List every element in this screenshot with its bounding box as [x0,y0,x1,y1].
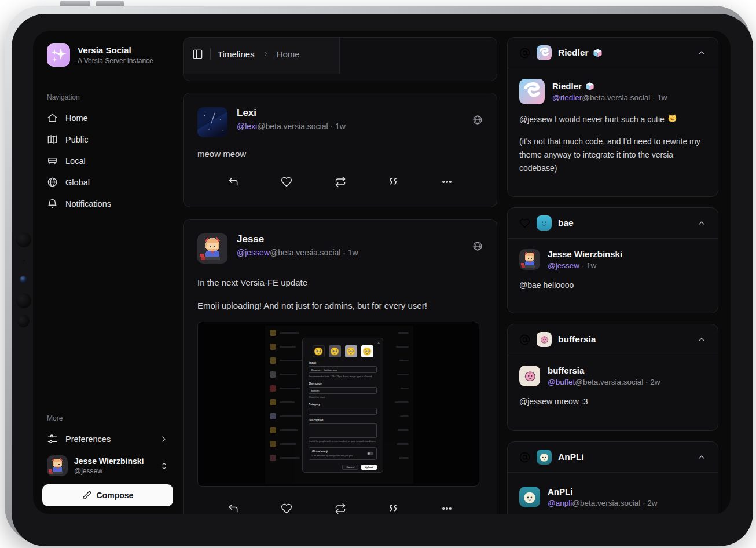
reply-icon [227,176,239,188]
notification-header[interactable]: Riedler [508,38,718,68]
notification-card[interactable]: AnPLi AnPLi @anpli@beta.versia.social · … [507,441,718,514]
global-emoji-box: Global emoji Can be used by every user, … [309,447,377,460]
global-emoji-help: Can be used by every user, not just you [312,454,353,457]
map-icon [47,134,58,145]
app-subtitle: A Versia Server instance [78,57,153,65]
sidebar-item-preferences[interactable]: Preferences [42,428,173,450]
panel-left-icon[interactable] [192,49,203,60]
notification-header[interactable]: bae [508,208,718,239]
notification-author[interactable]: buffersia [548,366,660,375]
compose-label: Compose [97,491,134,500]
chevron-up-icon[interactable] [697,48,706,57]
notification-card[interactable]: buffersia buffersia @buffet@beta.versia.… [507,324,718,431]
avatar[interactable] [197,107,227,137]
avatar [537,332,552,347]
chevron-right-icon [262,50,270,58]
quote-button[interactable] [386,174,402,190]
breadcrumb: Timelines Home [192,48,300,60]
post-meta: @beta.versia.social · 1w [270,248,358,257]
shortcode-value: bottom [311,389,319,392]
notification-card[interactable]: Riedler Riedler @riedler@beta.versia. [507,37,718,197]
notification-text: @jessew mreow :3 [519,395,706,408]
notification-handle[interactable]: @buffet [548,378,575,386]
sidebar-item-label: Notifications [65,199,111,209]
post-card[interactable]: Jesse @jessew@beta.versia.social · 1w In… [183,219,497,514]
account-switcher[interactable]: Jesse Wierzbinski @jessew [42,450,173,484]
sidebar-item-notifications[interactable]: Notifications [42,193,173,214]
chevron-right-icon [159,434,168,444]
notification-author[interactable]: Jesse Wierzbinski [548,249,622,259]
emoji-preview: 🥺 [313,345,325,357]
notification-handle[interactable]: @jessew [548,261,579,270]
chevron-up-icon[interactable] [697,218,706,228]
sidebar-item-label: Local [65,156,86,166]
home-icon [47,112,58,123]
notification-meta: @beta.versia.social · 1w [582,93,667,102]
nav-section-label: Navigation [47,93,173,101]
avatar[interactable] [519,79,545,104]
post-author[interactable]: Jesse [237,233,358,245]
description-help-text: Useful for people with screen readers, o… [309,440,377,443]
sidebar-item-label: Home [65,114,88,123]
browse-button: Browse... [311,368,322,371]
sliders-icon [47,433,58,444]
post-handle[interactable]: @jessew [237,248,270,257]
post-card[interactable]: Lexi @lexi@beta.versia.social · 1w meow … [183,93,497,207]
camera-dot [22,258,25,261]
more-button[interactable] [439,174,455,190]
notification-title: bae [558,218,574,228]
emoji-upload-dialog: × 🥺 🥺 🥺 🥺 Image Browse... bottom.png Rec… [302,338,383,473]
notification-meta: @beta.versia.social · 2w [575,378,660,386]
at-sign-icon [519,334,530,345]
post-text: meow meow [197,148,483,161]
more-button[interactable] [439,500,455,514]
sidebar-item-local[interactable]: Local [42,150,173,171]
avatar [47,455,68,476]
post-text: In the next Versia-FE update [197,276,483,290]
quote-button[interactable] [386,500,402,514]
toggle-switch [367,452,373,455]
post-card-partial: Timelines Home [183,37,497,81]
notification-handle[interactable]: @anpli [548,499,572,507]
repeat-icon [335,176,346,188]
file-name: bottom.png [324,368,337,371]
chevron-up-icon[interactable] [697,335,706,344]
chevron-up-icon[interactable] [697,452,706,462]
boost-button[interactable] [332,174,348,190]
compose-button[interactable]: Compose [42,484,173,506]
emoji-preview: 🥺 [345,345,357,357]
avatar[interactable] [519,487,540,507]
sidebar-item-global[interactable]: Global [42,171,173,193]
like-button[interactable] [278,500,295,514]
upload-button: Upload [361,465,377,470]
notification-header[interactable]: AnPLi [508,442,718,473]
breadcrumb-parent[interactable]: Timelines [218,49,255,59]
camera-sensor [17,315,30,327]
notification-header[interactable]: buffersia [508,324,718,355]
notification-author[interactable]: AnPLi [548,487,658,496]
boost-button[interactable] [332,500,348,514]
post-handle[interactable]: @lexi [237,122,257,131]
avatar[interactable] [197,233,227,264]
sidebar-item-home[interactable]: Home [42,107,173,129]
post-image[interactable]: × 🥺 🥺 🥺 🥺 Image Browse... bottom.png Rec… [197,322,479,487]
image-field-label: Image [309,361,377,364]
notification-handle[interactable]: @riedler [552,93,582,102]
reply-button[interactable] [225,500,241,514]
app-brand[interactable]: Versia Social A Versia Server instance [47,43,173,67]
post-text: Emoji uploading! And not just for admins… [197,299,483,313]
sidebar-spacer [42,214,173,414]
avatar[interactable] [519,366,540,386]
reply-button[interactable] [225,174,241,190]
notification-card[interactable]: bae Je [507,207,718,313]
emoji-preview: 🥺 [329,345,341,357]
like-button[interactable] [278,174,295,190]
avatar[interactable] [519,249,540,270]
notification-title: buffersia [558,334,596,345]
notification-author[interactable]: Riedler [552,81,582,91]
sidebar-item-public[interactable]: Public [42,129,173,150]
post-author[interactable]: Lexi [237,107,346,119]
server-icon [47,155,58,166]
breadcrumb-current[interactable]: Home [277,49,300,59]
shortcode-help-text: Should be short. [309,396,377,399]
